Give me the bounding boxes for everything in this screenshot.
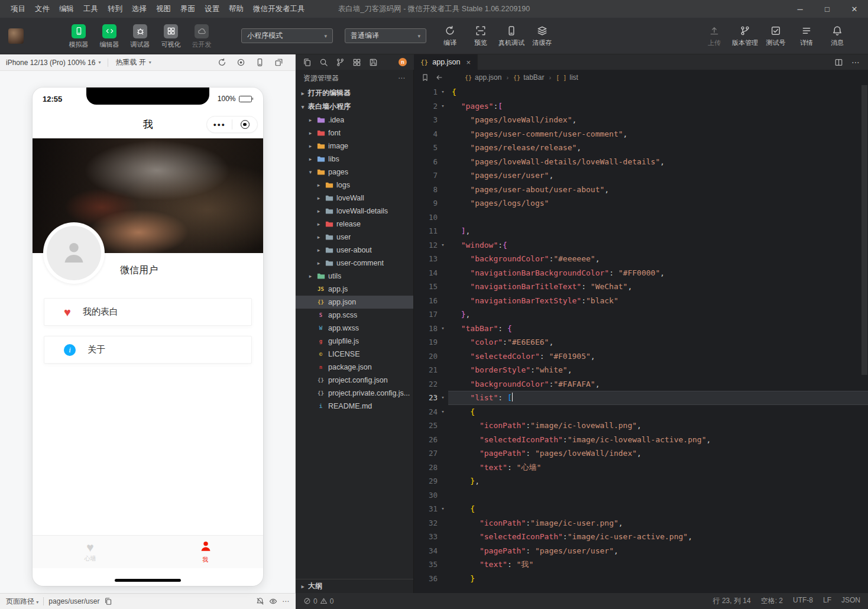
record-icon[interactable]	[237, 58, 245, 67]
minimize-button[interactable]: ─	[786, 0, 814, 18]
code-line-24[interactable]: 24▾ {	[414, 405, 868, 419]
code-line-6[interactable]: 6 "pages/loveWall-details/loveWall-detai…	[414, 155, 868, 169]
close-button[interactable]: ✕	[841, 0, 868, 18]
code-line-11[interactable]: 11 ],	[414, 224, 868, 238]
outline-section[interactable]: ▸ 大纲	[296, 579, 413, 593]
code-line-25[interactable]: 25 "iconPath":"image/ic-lovewall.png",	[414, 419, 868, 433]
eol-setting[interactable]: LF	[823, 596, 831, 606]
code-line-10[interactable]: 10	[414, 210, 868, 225]
code-line-18[interactable]: 18▾ "tabBar": {	[414, 322, 868, 336]
tree-item-logs[interactable]: ▸logs	[296, 179, 413, 192]
code-line-14[interactable]: 14 "navigationBarBackgroundColor": "#FF0…	[414, 266, 868, 280]
problems-indicator[interactable]: 0 0	[303, 597, 333, 605]
tree-item-app.json[interactable]: {}app.json	[296, 296, 413, 309]
exit-miniprogram-button[interactable]	[232, 120, 257, 129]
code-line-7[interactable]: 7 "pages/user/user",	[414, 169, 868, 183]
code-line-29[interactable]: 29 },	[414, 474, 868, 488]
code-line-21[interactable]: 21 "borderStyle":"white",	[414, 363, 868, 377]
more-menu-button[interactable]: ●●●	[207, 122, 232, 128]
cursor-position[interactable]: 行 23, 列 14	[713, 596, 751, 606]
code-line-5[interactable]: 5 "pages/release/release",	[414, 141, 868, 155]
code-line-16[interactable]: 16 "navigationBarTextStyle":"black"	[414, 294, 868, 308]
menu-项目[interactable]: 项目	[6, 4, 30, 14]
code-line-20[interactable]: 20 "selectedColor": "#F01905",	[414, 349, 868, 364]
menu-视图[interactable]: 视图	[151, 4, 176, 14]
menu-item-about[interactable]: i关于	[44, 336, 252, 364]
search-icon[interactable]	[319, 58, 328, 67]
tree-item-user-comment[interactable]: ▸user-comment	[296, 257, 413, 270]
tree-item-project.private.config.js...[interactable]: {}project.private.config.js...	[296, 387, 413, 400]
editor-scrollbar[interactable]	[861, 85, 867, 375]
popout-icon[interactable]	[274, 58, 283, 67]
bookmark-icon[interactable]	[421, 73, 429, 82]
git-branch-icon[interactable]	[336, 58, 345, 67]
code-line-34[interactable]: 34 "pagePath": "pages/user/user",	[414, 544, 868, 558]
toolbar-button-simulator[interactable]: 模拟器	[64, 23, 93, 49]
device-icon[interactable]	[255, 58, 264, 67]
mute-icon[interactable]	[256, 597, 264, 605]
action-details[interactable]: 详情	[791, 24, 822, 47]
code-line-22[interactable]: 22 "backgroundColor":"#FAFAFA",	[414, 377, 868, 391]
more-actions-icon[interactable]: ⋯	[851, 57, 860, 67]
tree-item-gulpfile.js[interactable]: ggulpfile.js	[296, 335, 413, 348]
menu-编辑[interactable]: 编辑	[54, 4, 79, 14]
tree-item-LICENSE[interactable]: ©LICENSE	[296, 348, 413, 361]
tabbar-item-心墙[interactable]: ♥心墙	[33, 536, 148, 568]
tree-item-image[interactable]: ▸image	[296, 140, 413, 153]
action-clear-cache[interactable]: 清缓存	[527, 24, 558, 47]
code-line-9[interactable]: 9 "pages/logs/logs"	[414, 196, 868, 210]
page-path-dropdown[interactable]: 页面路径 ▾	[6, 597, 38, 607]
open-editors-section[interactable]: ▸ 打开的编辑器	[296, 86, 413, 100]
maximize-button[interactable]: □	[814, 0, 841, 18]
code-line-35[interactable]: 35 "text": "我"	[414, 558, 868, 572]
files-icon[interactable]	[303, 58, 312, 67]
code-line-13[interactable]: 13 "backgroundColor":"#eeeeee",	[414, 252, 868, 266]
code-line-23[interactable]: 23▾ "list": [	[414, 391, 868, 405]
more-icon[interactable]: ⋯	[282, 597, 290, 605]
menu-设置[interactable]: 设置	[200, 4, 224, 14]
breadcrumb-app.json[interactable]: {}app.json	[465, 73, 501, 82]
action-remote-debug[interactable]: 真机调试	[496, 24, 527, 47]
indent-setting[interactable]: 空格: 2	[761, 596, 783, 606]
code-area[interactable]: 1▾{2▾ "pages":[3 "pages/loveWall/index",…	[414, 85, 868, 593]
menu-界面[interactable]: 界面	[176, 4, 200, 14]
copy-path-icon[interactable]	[104, 597, 112, 605]
close-tab-icon[interactable]: ×	[467, 58, 471, 67]
code-line-4[interactable]: 4 "pages/user-comment/user-comment",	[414, 127, 868, 141]
tree-item-.idea[interactable]: ▸.idea	[296, 114, 413, 127]
back-icon[interactable]	[435, 73, 443, 82]
code-line-19[interactable]: 19 "color":"#E6E6E6",	[414, 335, 868, 349]
action-compile[interactable]: 编译	[435, 24, 465, 47]
breadcrumb-tabBar[interactable]: {}tabBar	[513, 73, 544, 82]
action-message[interactable]: 消息	[822, 24, 853, 47]
menu-选择[interactable]: 选择	[127, 4, 151, 14]
menu-转到[interactable]: 转到	[103, 4, 127, 14]
device-select[interactable]: iPhone 12/13 (Pro) 100% 16▾	[6, 59, 101, 67]
code-line-15[interactable]: 15 "navigationBarTitleText": "WeChat",	[414, 280, 868, 294]
code-line-12[interactable]: 12▾ "window":{	[414, 238, 868, 252]
code-line-31[interactable]: 31▾ {	[414, 502, 868, 516]
toolbar-button-visual[interactable]: 可视化	[156, 23, 186, 49]
layout-grid-icon[interactable]	[352, 58, 361, 67]
tree-item-loveWall-details[interactable]: ▸loveWall-details	[296, 205, 413, 218]
code-line-1[interactable]: 1▾{	[414, 85, 868, 99]
tree-item-loveWall[interactable]: ▸loveWall	[296, 192, 413, 205]
code-line-32[interactable]: 32 "iconPath":"image/ic-user.png",	[414, 516, 868, 530]
user-avatar[interactable]	[8, 28, 24, 44]
code-line-2[interactable]: 2▾ "pages":[	[414, 99, 868, 114]
menu-文件[interactable]: 文件	[30, 4, 54, 14]
explorer-more-icon[interactable]: ⋯	[398, 74, 406, 82]
code-line-3[interactable]: 3 "pages/loveWall/index",	[414, 113, 868, 127]
menu-工具[interactable]: 工具	[79, 4, 103, 14]
code-line-30[interactable]: 30	[414, 488, 868, 503]
tree-item-utils[interactable]: ▸utils	[296, 270, 413, 283]
toolbar-button-debugger[interactable]: 调试器	[125, 23, 155, 49]
profile-avatar[interactable]	[43, 222, 105, 284]
language-mode[interactable]: JSON	[841, 596, 860, 606]
tree-item-README.md[interactable]: iREADME.md	[296, 400, 413, 413]
compile-mode-select[interactable]: 普通编译▾	[345, 28, 426, 43]
code-line-36[interactable]: 36 }	[414, 572, 868, 586]
watch-icon[interactable]	[269, 597, 277, 605]
tree-item-font[interactable]: ▸font	[296, 127, 413, 140]
action-testid[interactable]: 测试号	[760, 24, 791, 47]
